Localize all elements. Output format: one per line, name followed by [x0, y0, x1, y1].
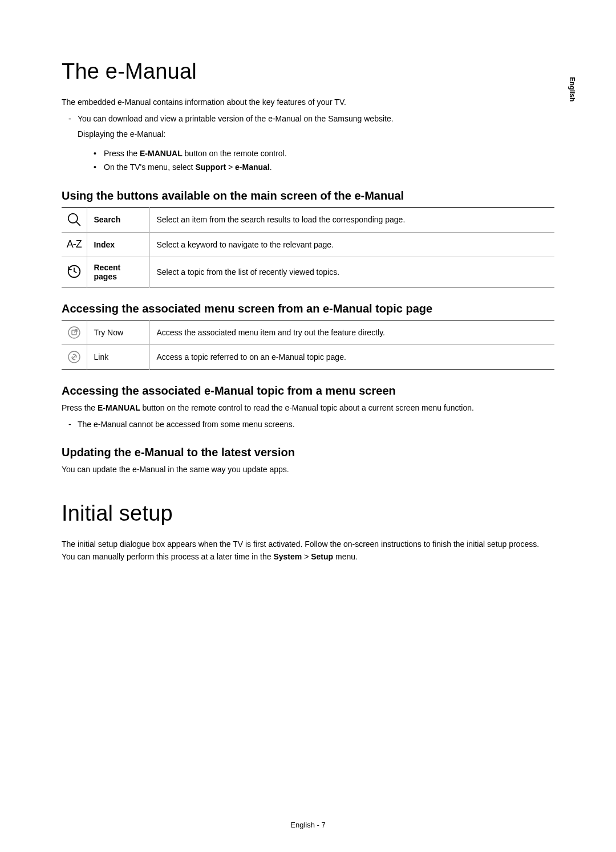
try-now-icon [66, 324, 83, 341]
svg-point-0 [68, 214, 77, 223]
download-note-list: You can download and view a printable ve… [62, 112, 554, 175]
text-fragment: Press the [62, 403, 98, 412]
from-menu-text: Press the E-MANUAL button on the remote … [62, 402, 554, 415]
row-desc: Access a topic referred to on an e-Manua… [149, 344, 554, 369]
table-row: Link Access a topic referred to on an e-… [62, 344, 554, 369]
download-note-text: You can download and view a printable ve… [78, 114, 394, 123]
row-desc: Select a topic from the list of recently… [149, 257, 554, 287]
text-fragment: On the TV's menu, select [104, 163, 195, 172]
display-method-item: Press the E-MANUAL button on the remote … [94, 147, 554, 161]
text-fragment: button on the remote control to read the… [140, 403, 474, 412]
icon-cell [62, 257, 87, 287]
emanual-menu-label: e-Manual [235, 163, 270, 172]
updating-text: You can update the e-Manual in the same … [62, 464, 554, 476]
emanual-button-label: E-MANUAL [98, 403, 140, 412]
subhead-from-menu: Accessing the associated e-Manual topic … [62, 384, 554, 397]
download-note-item: You can download and view a printable ve… [68, 112, 554, 175]
document-page: English The e-Manual The embedded e-Manu… [0, 0, 616, 852]
from-menu-note-item: The e-Manual cannot be accessed from som… [68, 418, 554, 432]
row-label: Search [87, 207, 149, 232]
subhead-buttons: Using the buttons available on the main … [62, 189, 554, 202]
text-fragment: . [270, 163, 272, 172]
system-menu-label: System [273, 552, 302, 561]
row-desc: Select an item from the search results t… [149, 207, 554, 232]
row-label: Index [87, 232, 149, 257]
section-title-initial-setup: Initial setup [62, 501, 554, 526]
page-footer: English - 7 [0, 821, 616, 829]
display-methods-list: Press the E-MANUAL button on the remote … [78, 147, 554, 175]
row-label: Link [87, 344, 149, 369]
row-desc: Access the associated menu item and try … [149, 320, 554, 344]
svg-line-1 [76, 222, 80, 226]
search-icon [66, 211, 83, 228]
text-fragment: > [226, 163, 235, 172]
displaying-line: Displaying the e-Manual: [78, 128, 554, 141]
icon-cell [62, 344, 87, 369]
recent-pages-icon [66, 263, 83, 280]
menu-access-table: Try Now Access the associated menu item … [62, 320, 554, 370]
text-fragment: button on the remote control. [183, 149, 287, 158]
text-fragment: menu. [333, 552, 358, 561]
icon-cell: A-Z [62, 232, 87, 257]
text-fragment: > [302, 552, 311, 561]
support-menu-label: Support [195, 163, 226, 172]
setup-menu-label: Setup [311, 552, 333, 561]
icon-cell [62, 207, 87, 232]
buttons-table: Search Select an item from the search re… [62, 207, 554, 287]
table-row: Try Now Access the associated menu item … [62, 320, 554, 344]
language-tab: English [568, 77, 576, 102]
subhead-menu-screen: Accessing the associated menu screen fro… [62, 302, 554, 315]
icon-cell [62, 320, 87, 344]
row-desc: Select a keyword to navigate to the rele… [149, 232, 554, 257]
text-fragment: Press the [104, 149, 140, 158]
subhead-updating: Updating the e-Manual to the latest vers… [62, 446, 554, 459]
table-row: A-Z Index Select a keyword to navigate t… [62, 232, 554, 257]
initial-setup-text: The initial setup dialogue box appears w… [62, 538, 554, 563]
table-row: Recent pages Select a topic from the lis… [62, 257, 554, 287]
from-menu-note-text: The e-Manual cannot be accessed from som… [78, 420, 295, 429]
intro-text: The embedded e-Manual contains informati… [62, 96, 554, 109]
row-label: Recent pages [87, 257, 149, 287]
link-icon [66, 348, 83, 366]
display-method-item: On the TV's menu, select Support > e-Man… [94, 161, 554, 175]
from-menu-note-list: The e-Manual cannot be accessed from som… [62, 418, 554, 432]
emanual-button-label: E-MANUAL [140, 149, 183, 158]
index-icon: A-Z [66, 236, 83, 253]
table-row: Search Select an item from the search re… [62, 207, 554, 232]
section-title-emanual: The e-Manual [62, 59, 554, 84]
row-label: Try Now [87, 320, 149, 344]
